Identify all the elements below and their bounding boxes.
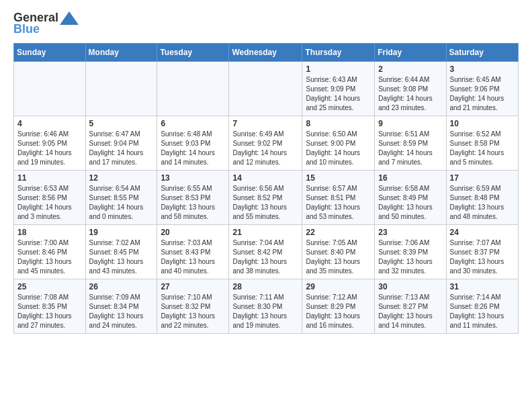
day-info: Sunrise: 6:46 AMSunset: 9:05 PMDaylight:… (17, 130, 82, 167)
week-row-2: 4Sunrise: 6:46 AMSunset: 9:05 PMDaylight… (14, 116, 519, 171)
calendar-cell: 27Sunrise: 7:10 AMSunset: 8:32 PMDayligh… (157, 279, 229, 334)
day-info: Sunrise: 7:06 AMSunset: 8:39 PMDaylight:… (378, 238, 442, 276)
calendar-cell: 15Sunrise: 6:57 AMSunset: 8:51 PMDayligh… (302, 171, 375, 225)
day-number: 3 (450, 64, 515, 74)
calendar-cell: 13Sunrise: 6:55 AMSunset: 8:53 PMDayligh… (157, 171, 229, 225)
day-info: Sunrise: 6:59 AMSunset: 8:48 PMDaylight:… (450, 184, 515, 222)
calendar-cell: 21Sunrise: 7:04 AMSunset: 8:42 PMDayligh… (229, 225, 302, 279)
day-info: Sunrise: 6:47 AMSunset: 9:04 PMDaylight:… (89, 130, 154, 167)
calendar-cell: 9Sunrise: 6:51 AMSunset: 8:59 PMDaylight… (375, 116, 446, 171)
day-info: Sunrise: 7:03 AMSunset: 8:43 PMDaylight:… (161, 238, 225, 276)
week-row-4: 18Sunrise: 7:00 AMSunset: 8:46 PMDayligh… (14, 225, 519, 279)
day-number: 19 (89, 228, 154, 237)
calendar-cell: 2Sunrise: 6:44 AMSunset: 9:08 PMDaylight… (375, 62, 446, 116)
weekday-header-wednesday: Wednesday (229, 44, 302, 62)
calendar-cell: 18Sunrise: 7:00 AMSunset: 8:46 PMDayligh… (14, 225, 86, 279)
calendar-cell: 31Sunrise: 7:14 AMSunset: 8:26 PMDayligh… (446, 279, 518, 334)
day-info: Sunrise: 6:50 AMSunset: 9:00 PMDaylight:… (306, 130, 371, 167)
day-number: 10 (450, 119, 515, 128)
day-info: Sunrise: 6:49 AMSunset: 9:02 PMDaylight:… (232, 130, 298, 167)
day-number: 31 (450, 282, 515, 291)
week-row-1: 1Sunrise: 6:43 AMSunset: 9:09 PMDaylight… (14, 62, 519, 116)
day-number: 7 (232, 119, 298, 128)
calendar-cell: 25Sunrise: 7:08 AMSunset: 8:35 PMDayligh… (14, 279, 86, 334)
day-number: 26 (89, 282, 154, 291)
day-number: 14 (232, 173, 298, 183)
day-info: Sunrise: 6:43 AMSunset: 9:09 PMDaylight:… (306, 75, 371, 113)
day-number: 25 (17, 282, 82, 291)
day-info: Sunrise: 7:13 AMSunset: 8:27 PMDaylight:… (378, 293, 442, 330)
day-number: 16 (378, 173, 442, 183)
day-number: 1 (306, 64, 371, 74)
weekday-header-tuesday: Tuesday (157, 44, 229, 62)
calendar-cell: 16Sunrise: 6:58 AMSunset: 8:49 PMDayligh… (375, 171, 446, 225)
calendar-cell: 29Sunrise: 7:12 AMSunset: 8:29 PMDayligh… (302, 279, 375, 334)
week-row-5: 25Sunrise: 7:08 AMSunset: 8:35 PMDayligh… (14, 279, 519, 334)
header: General Blue (13, 11, 519, 36)
day-number: 15 (306, 173, 371, 183)
day-info: Sunrise: 6:45 AMSunset: 9:06 PMDaylight:… (450, 75, 515, 113)
day-number: 12 (89, 173, 154, 183)
calendar-cell (85, 62, 157, 116)
day-info: Sunrise: 6:54 AMSunset: 8:55 PMDaylight:… (89, 184, 154, 222)
day-number: 29 (306, 282, 371, 291)
day-info: Sunrise: 7:11 AMSunset: 8:30 PMDaylight:… (232, 293, 298, 330)
day-info: Sunrise: 7:05 AMSunset: 8:40 PMDaylight:… (306, 238, 371, 276)
logo-blue-text: Blue (13, 22, 40, 36)
calendar-cell: 7Sunrise: 6:49 AMSunset: 9:02 PMDaylight… (229, 116, 302, 171)
calendar-cell (14, 62, 86, 116)
day-info: Sunrise: 7:14 AMSunset: 8:26 PMDaylight:… (450, 293, 515, 330)
day-number: 28 (232, 282, 298, 291)
weekday-header-friday: Friday (375, 44, 446, 62)
day-number: 27 (161, 282, 225, 291)
day-number: 17 (450, 173, 515, 183)
day-number: 6 (161, 119, 225, 128)
day-info: Sunrise: 7:00 AMSunset: 8:46 PMDaylight:… (17, 238, 82, 276)
calendar-cell: 30Sunrise: 7:13 AMSunset: 8:27 PMDayligh… (375, 279, 446, 334)
day-info: Sunrise: 7:09 AMSunset: 8:34 PMDaylight:… (89, 293, 154, 330)
calendar-cell: 23Sunrise: 7:06 AMSunset: 8:39 PMDayligh… (375, 225, 446, 279)
weekday-header-thursday: Thursday (302, 44, 375, 62)
calendar-table: SundayMondayTuesdayWednesdayThursdayFrid… (13, 43, 519, 334)
calendar-cell: 10Sunrise: 6:52 AMSunset: 8:58 PMDayligh… (446, 116, 518, 171)
day-number: 21 (232, 228, 298, 237)
calendar-cell: 22Sunrise: 7:05 AMSunset: 8:40 PMDayligh… (302, 225, 375, 279)
day-number: 11 (17, 173, 82, 183)
calendar-cell: 20Sunrise: 7:03 AMSunset: 8:43 PMDayligh… (157, 225, 229, 279)
weekday-header-monday: Monday (85, 44, 157, 62)
day-info: Sunrise: 6:55 AMSunset: 8:53 PMDaylight:… (161, 184, 225, 222)
day-info: Sunrise: 6:48 AMSunset: 9:03 PMDaylight:… (161, 130, 225, 167)
weekday-header-row: SundayMondayTuesdayWednesdayThursdayFrid… (14, 44, 519, 62)
day-number: 22 (306, 228, 371, 237)
day-info: Sunrise: 7:08 AMSunset: 8:35 PMDaylight:… (17, 293, 82, 330)
calendar-cell: 11Sunrise: 6:53 AMSunset: 8:56 PMDayligh… (14, 171, 86, 225)
weekday-header-saturday: Saturday (446, 44, 518, 62)
calendar-cell: 8Sunrise: 6:50 AMSunset: 9:00 PMDaylight… (302, 116, 375, 171)
day-info: Sunrise: 6:56 AMSunset: 8:52 PMDaylight:… (232, 184, 298, 222)
day-number: 9 (378, 119, 442, 128)
calendar-cell: 28Sunrise: 7:11 AMSunset: 8:30 PMDayligh… (229, 279, 302, 334)
day-number: 5 (89, 119, 154, 128)
calendar-cell: 1Sunrise: 6:43 AMSunset: 9:09 PMDaylight… (302, 62, 375, 116)
weekday-header-sunday: Sunday (14, 44, 86, 62)
day-number: 23 (378, 228, 442, 237)
day-number: 18 (17, 228, 82, 237)
day-info: Sunrise: 7:04 AMSunset: 8:42 PMDaylight:… (232, 238, 298, 276)
calendar-cell: 12Sunrise: 6:54 AMSunset: 8:55 PMDayligh… (85, 171, 157, 225)
day-number: 30 (378, 282, 442, 291)
day-info: Sunrise: 6:52 AMSunset: 8:58 PMDaylight:… (450, 130, 515, 167)
day-number: 8 (306, 119, 371, 128)
day-info: Sunrise: 7:12 AMSunset: 8:29 PMDaylight:… (306, 293, 371, 330)
calendar-cell: 4Sunrise: 6:46 AMSunset: 9:05 PMDaylight… (14, 116, 86, 171)
day-info: Sunrise: 6:51 AMSunset: 8:59 PMDaylight:… (378, 130, 442, 167)
svg-marker-0 (60, 11, 79, 25)
calendar-cell (229, 62, 302, 116)
day-number: 24 (450, 228, 515, 237)
calendar-cell: 6Sunrise: 6:48 AMSunset: 9:03 PMDaylight… (157, 116, 229, 171)
day-number: 13 (161, 173, 225, 183)
day-number: 4 (17, 119, 82, 128)
day-info: Sunrise: 7:02 AMSunset: 8:45 PMDaylight:… (89, 238, 154, 276)
day-number: 20 (161, 228, 225, 237)
calendar-cell: 5Sunrise: 6:47 AMSunset: 9:04 PMDaylight… (85, 116, 157, 171)
calendar-cell (157, 62, 229, 116)
